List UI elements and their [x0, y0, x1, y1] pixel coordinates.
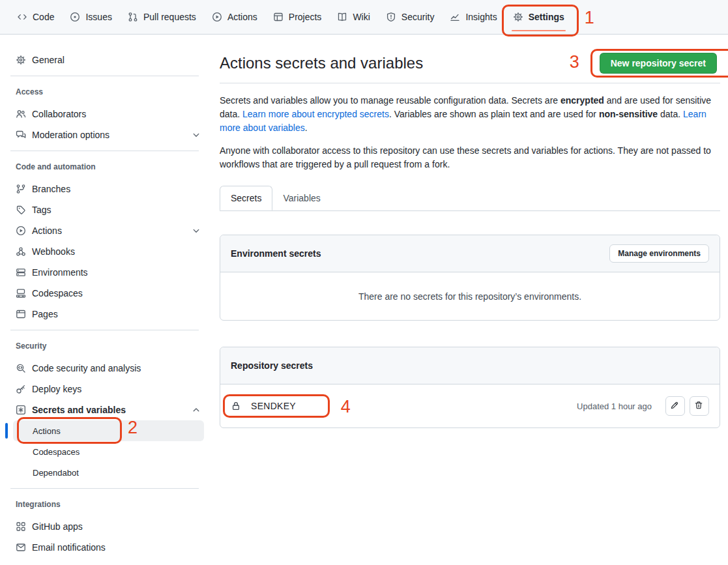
sidebar-item-webhooks[interactable]: Webhooks	[0, 241, 209, 262]
sidebar-subitem-dependabot[interactable]: Dependabot	[13, 462, 204, 483]
codescan-icon	[16, 363, 26, 373]
environment-secrets-title: Environment secrets	[231, 248, 321, 259]
sidebar-item-label: Tags	[32, 205, 51, 215]
manage-environments-button[interactable]: Manage environments	[609, 244, 709, 263]
sidebar-divider	[10, 330, 199, 330]
pencil-icon	[670, 401, 680, 411]
sidebar-item-label: Collaborators	[32, 109, 86, 119]
secret-row: SENDKEY 4 Updated 1 hour ago	[220, 384, 720, 427]
sidebar-section-integrations: Integrations	[0, 499, 209, 510]
secret-row-actions: Updated 1 hour ago	[577, 396, 709, 416]
shield-icon	[386, 12, 396, 22]
sidebar-item-label: Moderation options	[32, 130, 109, 140]
tab-secrets[interactable]: Secrets	[220, 186, 272, 210]
git-branch-icon	[16, 184, 26, 194]
nav-tab-label: Issues	[85, 12, 111, 22]
sidebar-divider	[10, 151, 199, 151]
sidebar-subitem-label: Dependabot	[33, 468, 79, 478]
sidebar-item-actions[interactable]: Actions	[0, 220, 209, 241]
chevron-down-icon	[191, 130, 201, 140]
play-circle-icon	[212, 12, 222, 22]
nav-tab-label: Security	[401, 12, 435, 22]
environment-secrets-empty-text: There are no secrets for this repository…	[220, 272, 720, 320]
environment-secrets-card: Environment secrets Manage environments …	[220, 235, 720, 321]
nav-tab-insights[interactable]: Insights	[442, 0, 504, 34]
sidebar-section-security: Security	[0, 341, 209, 351]
sidebar-item-codespaces[interactable]: Codespaces	[0, 283, 209, 304]
sidebar-item-label: Branches	[32, 184, 70, 194]
intro-text: .	[305, 123, 308, 133]
sidebar-subitem-label: Codespaces	[33, 447, 80, 457]
secret-name-chip: SENDKEY 4	[231, 401, 296, 411]
sidebar-subitem-actions[interactable]: Actions 2	[13, 420, 204, 441]
sidebar-item-label: Environments	[32, 267, 88, 278]
sidebar-item-deploy-keys[interactable]: Deploy keys	[0, 379, 209, 399]
graph-icon	[450, 12, 460, 22]
nav-tab-pull-requests[interactable]: Pull requests	[120, 0, 204, 34]
settings-sidebar: General Access Collaborators Moderation …	[0, 35, 209, 558]
repository-secrets-header: Repository secrets	[220, 347, 720, 384]
sidebar-item-moderation-options[interactable]: Moderation options	[0, 124, 209, 145]
nav-tab-label: Pull requests	[143, 12, 196, 22]
sidebar-item-branches[interactable]: Branches	[0, 179, 209, 199]
page-header: Actions secrets and variables New reposi…	[220, 35, 720, 83]
tab-variables[interactable]: Variables	[272, 186, 330, 210]
nav-tab-issues[interactable]: Issues	[62, 0, 119, 34]
sidebar-section-code-automation: Code and automation	[0, 162, 209, 172]
sidebar-divider	[10, 76, 199, 76]
intro-paragraph-1: Secrets and variables allow you to manag…	[220, 94, 720, 135]
sidebar-item-collaborators[interactable]: Collaborators	[0, 104, 209, 124]
book-icon	[337, 12, 347, 22]
nav-tab-settings[interactable]: Settings 1	[505, 0, 572, 34]
codespaces-icon	[16, 288, 26, 298]
comment-discussion-icon	[16, 130, 26, 140]
chevron-down-icon	[191, 225, 201, 236]
intro-text: . Variables are shown as plain text and …	[389, 109, 599, 119]
intro-bold-non-sensitive: non-sensitive	[599, 109, 658, 119]
nav-tab-label: Wiki	[353, 12, 370, 22]
new-repository-secret-button[interactable]: New repository secret	[600, 53, 717, 74]
sidebar-item-github-apps[interactable]: GitHub apps	[0, 516, 209, 537]
nav-tab-security[interactable]: Security	[378, 0, 443, 34]
sidebar-item-label: Codespaces	[32, 288, 83, 298]
tag-icon	[16, 205, 26, 215]
secrets-variables-tabnav: Secrets Variables	[220, 186, 720, 211]
browser-icon	[16, 309, 26, 319]
mail-icon	[16, 542, 26, 553]
sidebar-item-email-notifications[interactable]: Email notifications	[0, 537, 209, 558]
key-icon	[16, 384, 26, 394]
sidebar-item-tags[interactable]: Tags	[0, 199, 209, 220]
intro-paragraph-2: Anyone with collaborator access to this …	[220, 144, 720, 171]
delete-secret-button[interactable]	[690, 396, 709, 416]
nav-tab-label: Actions	[227, 12, 257, 22]
asterisk-box-icon	[16, 405, 26, 415]
nav-tab-wiki[interactable]: Wiki	[329, 0, 377, 34]
sidebar-item-general[interactable]: General	[0, 50, 209, 70]
sidebar-item-secrets-and-variables[interactable]: Secrets and variables	[0, 399, 209, 420]
intro-text: data.	[658, 109, 683, 119]
repository-secrets-title: Repository secrets	[231, 360, 313, 371]
nav-tab-projects[interactable]: Projects	[265, 0, 330, 34]
nav-tab-code[interactable]: Code	[9, 0, 62, 34]
link-learn-encrypted-secrets[interactable]: Learn more about encrypted secrets	[242, 109, 389, 119]
sidebar-item-label: General	[32, 55, 65, 65]
table-icon	[273, 12, 284, 22]
sidebar-subitem-codespaces[interactable]: Codespaces	[13, 441, 204, 462]
repo-tab-nav: Code Issues Pull requests Actions Projec…	[0, 0, 728, 35]
sidebar-item-pages[interactable]: Pages	[0, 304, 209, 325]
nav-tab-actions[interactable]: Actions	[204, 0, 265, 34]
nav-tab-label: Code	[33, 12, 54, 22]
sidebar-item-code-security[interactable]: Code security and analysis	[0, 358, 209, 379]
git-pull-request-icon	[128, 12, 138, 22]
webhook-icon	[16, 246, 26, 257]
sidebar-item-environments[interactable]: Environments	[0, 262, 209, 283]
edit-secret-button[interactable]	[665, 396, 685, 416]
server-icon	[16, 267, 26, 278]
sidebar-subitem-label: Actions	[33, 426, 61, 436]
nav-tab-label: Projects	[289, 12, 322, 22]
intro-text: Secrets and variables allow you to manag…	[220, 95, 561, 106]
sidebar-item-label: Pages	[32, 309, 58, 319]
code-icon	[17, 12, 27, 22]
intro-bold-encrypted: encrypted	[561, 95, 604, 106]
main-content: Actions secrets and variables New reposi…	[220, 35, 720, 428]
